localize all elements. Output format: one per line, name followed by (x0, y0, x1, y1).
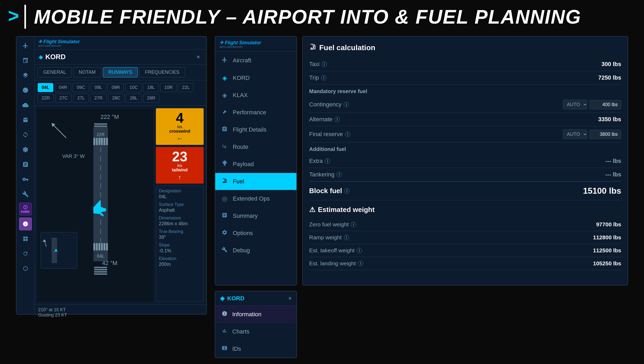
sidebar-icon-clipboard[interactable] (19, 158, 32, 171)
runway-btn-27c[interactable]: 27C (55, 94, 72, 103)
kord-popup-item-information[interactable]: Information (215, 306, 296, 323)
nav-item-extended-ops[interactable]: ◎ Extended Ops (215, 190, 296, 207)
block-fuel-label: Block fuel i (309, 187, 349, 195)
sidebar-icon-grid[interactable] (19, 232, 32, 245)
runway-btn-18l[interactable]: 18L (143, 83, 159, 92)
tab-frequencies[interactable]: FREQUENCIES (139, 67, 185, 77)
nav-item-klax[interactable]: ◈ KLAX (215, 87, 296, 104)
takeoff-weight-info-icon[interactable]: i (357, 248, 362, 253)
nav-flight-details-label: Flight Details (233, 126, 266, 133)
taxi-value: 300 lbs (601, 61, 621, 68)
nav-item-summary[interactable]: Summary (215, 207, 296, 225)
sidebar-icon-sync[interactable] (19, 128, 32, 141)
sidebar-icon-route[interactable] (19, 54, 32, 67)
tab-general[interactable]: GENERAL (38, 67, 72, 77)
svg-rect-26 (98, 243, 100, 250)
crosswind-arrow: ← (159, 135, 201, 142)
final-reserve-input[interactable]: 3800 lbs (589, 130, 621, 139)
runway-btn-27l[interactable]: 27L (73, 94, 89, 103)
sidebar-icon-layers[interactable] (19, 69, 32, 82)
sidebar-icon-settings[interactable] (19, 143, 32, 156)
svg-rect-4 (94, 125, 107, 127)
nav-item-route[interactable]: Route (215, 138, 296, 156)
slope-label: Slope (159, 243, 201, 248)
extra-label: Extra i (309, 158, 330, 164)
sidebar-icon-box[interactable] (19, 114, 32, 126)
sidebar-icon-wrench[interactable] (19, 188, 32, 201)
tankering-info-icon[interactable]: i (336, 172, 342, 177)
block-fuel-info-icon[interactable]: i (344, 188, 349, 194)
svg-text:VAR 3° W: VAR 3° W (62, 153, 85, 159)
nav-column: ✈ Flight Simulator 40TH ANNIVERSARY Airc… (215, 36, 297, 358)
final-reserve-select[interactable]: AUTO (563, 129, 587, 139)
sidebar-icon-info[interactable] (19, 218, 32, 230)
runway-btn-28c[interactable]: 28C (108, 94, 124, 103)
landing-weight-info-icon[interactable]: i (358, 261, 363, 266)
sidebar-icon-compass[interactable] (19, 84, 32, 97)
sidebar-icon-plane[interactable] (19, 39, 32, 52)
sidebar-icon-refresh[interactable] (19, 247, 32, 260)
alternate-info-icon[interactable]: i (335, 117, 340, 122)
sidebar-icon-cloud[interactable] (19, 99, 32, 111)
tab-runways[interactable]: RUNWAYS (103, 67, 138, 77)
nav-debug-label: Debug (233, 247, 250, 254)
runway-btn-09c[interactable]: 09C (73, 83, 89, 92)
performance-icon (221, 109, 229, 116)
block-fuel-value: 15100 lbs (583, 186, 621, 196)
taxi-info-icon[interactable]: i (322, 62, 327, 67)
slope-value: -0.1% (159, 248, 201, 254)
runway-btn-10r[interactable]: 10R (160, 83, 177, 92)
contingency-input[interactable]: 400 lbs (589, 100, 621, 109)
runway-btn-09l[interactable]: 09L (91, 83, 106, 92)
elevation-value: 200m (159, 262, 201, 267)
contingency-select[interactable]: AUTO (563, 100, 587, 109)
nav-item-options[interactable]: Options (215, 225, 296, 242)
ramp-weight-info-icon[interactable]: i (344, 235, 349, 240)
kord-popup-item-ids[interactable]: IDs (215, 340, 296, 358)
fuel-calc-title: Fuel calculation (309, 43, 621, 52)
runway-detail-box: Designation 04L Surface Type Asphalt Dim… (156, 186, 204, 302)
runway-btn-10c[interactable]: 10C (125, 83, 142, 92)
runway-btn-09r[interactable]: 09R (108, 83, 124, 92)
zero-fuel-label: Zero fuel weight i (309, 221, 356, 228)
est-row-ramp: Ramp weight i 112800 lbs (309, 231, 621, 244)
page-header: > MOBILE FRIENDLY – AIRPORT INTO & FUEL … (0, 0, 644, 33)
nav-performance-label: Performance (233, 109, 266, 116)
nav-item-kord[interactable]: ◈ KORD (215, 70, 296, 87)
contingency-info-icon[interactable]: i (344, 102, 349, 107)
ramp-weight-value: 112800 lbs (593, 234, 621, 241)
runway-btn-04l[interactable]: 04L (38, 83, 53, 92)
runway-btn-22l[interactable]: 22L (178, 83, 194, 92)
nav-item-payload[interactable]: Payload (215, 156, 296, 173)
trip-info-icon[interactable]: i (321, 75, 326, 80)
final-reserve-info-icon[interactable]: i (345, 132, 350, 137)
extra-info-icon[interactable]: i (325, 158, 330, 164)
nav-item-aircraft[interactable]: Aircraft (215, 52, 296, 70)
sidebar-icon-hex[interactable] (19, 262, 32, 275)
runway-btn-28r[interactable]: 28R (143, 94, 159, 103)
nav-item-flight-details[interactable]: Flight Details (215, 121, 296, 138)
svg-text:04L: 04L (97, 254, 104, 258)
kord-popup-close-button[interactable]: × (288, 295, 292, 302)
dimensions-label: Dimensions (159, 216, 201, 220)
sidebar-icon-key[interactable] (19, 173, 32, 186)
tab-notam[interactable]: NOTAM (73, 67, 101, 77)
summary-icon (221, 212, 229, 220)
zero-fuel-info-icon[interactable]: i (351, 222, 356, 227)
runway-btn-22r[interactable]: 22R (38, 94, 54, 103)
sidebar-icon-kord[interactable]: KORD (19, 203, 32, 215)
route-icon (221, 143, 229, 151)
nav-item-fuel[interactable]: Fuel (215, 173, 296, 190)
runway-btn-04r[interactable]: 04R (55, 83, 71, 92)
fuel-calc-title-text: Fuel calculation (319, 44, 375, 52)
nav-item-performance[interactable]: Performance (215, 104, 296, 121)
nav-item-debug[interactable]: Debug (215, 242, 296, 259)
options-icon (221, 229, 229, 237)
final-reserve-input-group: AUTO 3800 lbs (563, 129, 621, 139)
runway-btn-27r[interactable]: 27R (90, 94, 107, 103)
header-divider (24, 5, 26, 29)
kord-popup-item-charts[interactable]: Charts (215, 323, 296, 340)
close-button[interactable]: × (195, 53, 202, 61)
runway-btn-28l[interactable]: 28L (126, 94, 141, 103)
extra-value: --- lbs (605, 158, 621, 164)
